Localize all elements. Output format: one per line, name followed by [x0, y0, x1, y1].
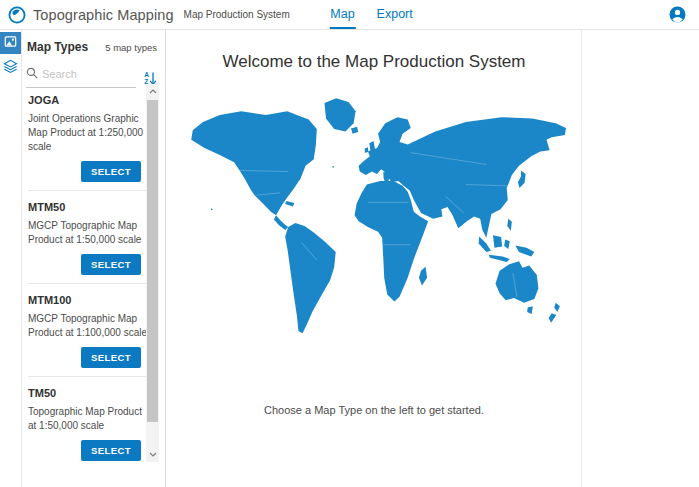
map-type-select-button[interactable]: SELECT: [81, 161, 141, 182]
panel-header: Map Types 5 map types: [22, 30, 165, 54]
map-type-item: MTM50 MGCP Topographic Map Product at 1:…: [28, 191, 149, 284]
scrollbar-thumb[interactable]: [147, 100, 158, 422]
map-product-icon: [4, 34, 17, 52]
app-title: Topographic Mapping: [33, 7, 174, 23]
search-icon: [26, 65, 38, 83]
layers-tool-button[interactable]: [0, 57, 21, 79]
map-type-description: MGCP Topographic Map Product at 1:100,00…: [28, 312, 149, 340]
map-type-name: MTM50: [28, 197, 149, 213]
map-types-tool-button[interactable]: [0, 32, 21, 54]
map-type-item: TM50 Topographic Map Product at 1:50,000…: [28, 377, 149, 462]
map-type-count: 5 map types: [105, 42, 157, 53]
app-logo-icon: [8, 6, 26, 24]
map-type-select-button[interactable]: SELECT: [81, 440, 141, 461]
scroll-up-icon[interactable]: [146, 85, 159, 98]
map-type-name: TM50: [28, 383, 149, 399]
welcome-panel: Welcome to the Map Production System: [167, 30, 582, 487]
helper-text: Choose a Map Type on the left to get sta…: [167, 404, 581, 416]
map-type-item: MTM100 MGCP Topographic Map Product at 1…: [28, 284, 149, 377]
welcome-title: Welcome to the Map Production System: [167, 52, 581, 72]
search-input[interactable]: [42, 68, 112, 80]
user-avatar-icon[interactable]: [669, 6, 686, 23]
tab-export[interactable]: Export: [376, 0, 414, 29]
nav-tabs: Map Export: [329, 0, 413, 29]
world-map-image: [180, 96, 568, 344]
panel-title: Map Types: [27, 40, 88, 54]
map-type-description: MGCP Topographic Map Product at 1:50,000…: [28, 219, 149, 247]
map-type-select-button[interactable]: SELECT: [81, 347, 141, 368]
map-type-name: MTM100: [28, 290, 149, 306]
tab-map[interactable]: Map: [329, 0, 355, 29]
map-type-select-button[interactable]: SELECT: [81, 254, 141, 275]
map-type-description: Topographic Map Product at 1:50,000 scal…: [28, 405, 149, 433]
app-header: Topographic Mapping Map Production Syste…: [0, 0, 699, 30]
layers-icon: [3, 59, 18, 78]
widget-toolbar: [0, 30, 22, 487]
scroll-down-icon[interactable]: [146, 448, 159, 461]
app-subtitle: Map Production System: [184, 9, 290, 20]
map-type-name: JOGA: [28, 90, 149, 106]
map-types-panel: Map Types 5 map types AZ JOGA Joint Oper…: [22, 30, 166, 487]
map-type-list: JOGA Joint Operations Graphic Map Produc…: [22, 84, 165, 462]
map-type-item: JOGA Joint Operations Graphic Map Produc…: [28, 84, 149, 191]
map-type-description: Joint Operations Graphic Map Product at …: [28, 112, 149, 154]
sidebar-scrollbar: [146, 84, 159, 462]
